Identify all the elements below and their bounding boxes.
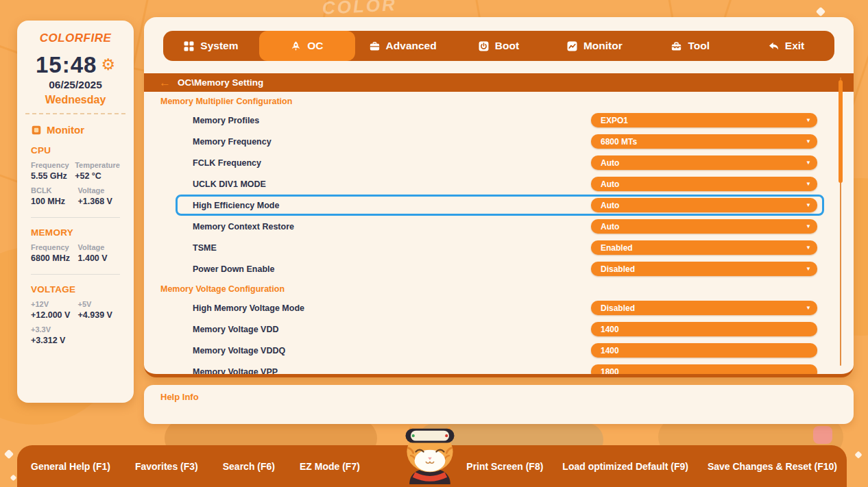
setting-value: Auto bbox=[601, 179, 619, 189]
setting-dropdown[interactable]: Disabled▼ bbox=[591, 262, 817, 276]
gear-icon: ⚙ bbox=[101, 57, 115, 73]
tab-boot[interactable]: Boot bbox=[451, 31, 547, 61]
sensor-cell: +5V+4.939 V bbox=[78, 300, 120, 320]
setting-row-memory-context-restore[interactable]: Memory Context RestoreAuto▼ bbox=[176, 216, 824, 237]
caret-down-icon: ▼ bbox=[806, 305, 811, 311]
setting-input[interactable]: 1400 bbox=[591, 343, 817, 358]
scrollbar[interactable] bbox=[839, 77, 843, 366]
function-key-f1[interactable]: General Help (F1) bbox=[31, 461, 110, 472]
sensor-cell: BCLK100 MHz bbox=[31, 186, 75, 206]
sensor-value: +12.000 V bbox=[31, 310, 75, 320]
caret-down-icon: ▼ bbox=[806, 245, 811, 251]
sensor-cell: Temperature+52 °C bbox=[75, 161, 120, 181]
sensor-row: Frequency5.55 GHzTemperature+52 °C bbox=[31, 161, 120, 181]
setting-input[interactable]: 1800 bbox=[591, 364, 817, 377]
function-key-f7[interactable]: EZ Mode (F7) bbox=[300, 461, 360, 472]
setting-label: Memory Context Restore bbox=[178, 222, 294, 232]
setting-label: High Efficiency Mode bbox=[178, 201, 279, 210]
sparkle-icon bbox=[816, 7, 825, 16]
setting-row-memory-voltage-vddq[interactable]: Memory Voltage VDDQ1400 bbox=[176, 340, 824, 361]
setting-row-uclk-div1-mode[interactable]: UCLK DIV1 MODEAuto▼ bbox=[176, 173, 824, 195]
setting-value: 1400 bbox=[601, 325, 619, 334]
setting-dropdown[interactable]: Auto▼ bbox=[591, 177, 817, 191]
setting-row-memory-voltage-vdd[interactable]: Memory Voltage VDD1400 bbox=[176, 319, 824, 340]
setting-row-memory-profiles[interactable]: Memory ProfilesEXPO1▼ bbox=[176, 110, 824, 131]
sensor-label: Temperature bbox=[75, 161, 120, 169]
tab-system[interactable]: System bbox=[163, 31, 259, 61]
tab-tool[interactable]: Tool bbox=[642, 31, 738, 61]
function-key-f3[interactable]: Favorites (F3) bbox=[135, 461, 198, 472]
back-button[interactable]: ← bbox=[159, 77, 171, 88]
sensor-label: Voltage bbox=[78, 243, 120, 251]
chip-icon bbox=[31, 125, 42, 136]
dashed-divider bbox=[25, 113, 125, 114]
setting-row-memory-frequency[interactable]: Memory Frequency6800 MTs▼ bbox=[176, 131, 824, 152]
sensor-label: +3.3V bbox=[31, 325, 75, 334]
setting-dropdown[interactable]: Disabled▼ bbox=[591, 301, 817, 315]
setting-row-memory-voltage-vpp[interactable]: Memory Voltage VPP1800 bbox=[176, 361, 824, 377]
tab-label: Monitor bbox=[583, 40, 623, 52]
setting-value: EXPO1 bbox=[601, 116, 628, 125]
sensor-label: Frequency bbox=[31, 243, 75, 251]
tab-label: Advanced bbox=[386, 40, 437, 52]
sensor-cell: Voltage1.400 V bbox=[78, 243, 120, 263]
sensor-label: BCLK bbox=[31, 186, 75, 195]
sensor-row: +3.3V+3.312 V bbox=[31, 325, 120, 345]
caret-down-icon: ▼ bbox=[806, 118, 811, 123]
setting-row-high-efficiency-mode[interactable]: High Efficiency ModeAuto▼ bbox=[176, 195, 824, 216]
setting-value: Auto bbox=[601, 201, 619, 210]
sparkle-icon bbox=[854, 451, 862, 458]
function-keys-left: General Help (F1)Favorites (F3)Search (F… bbox=[31, 461, 360, 472]
setting-row-power-down-enable[interactable]: Power Down EnableDisabled▼ bbox=[176, 258, 824, 279]
monitor-header: Monitor bbox=[31, 124, 134, 136]
setting-dropdown[interactable]: EXPO1▼ bbox=[591, 113, 817, 127]
setting-label: FCLK Frequency bbox=[178, 158, 261, 168]
caret-down-icon: ▼ bbox=[806, 266, 811, 272]
tab-oc[interactable]: OC bbox=[259, 31, 355, 61]
setting-value: Auto bbox=[601, 222, 619, 232]
tab-label: OC bbox=[307, 40, 323, 52]
sensor-value: 6800 MHz bbox=[31, 253, 75, 263]
setting-value: Auto bbox=[601, 158, 619, 168]
rocket-icon bbox=[291, 41, 301, 51]
setting-dropdown[interactable]: 6800 MTs▼ bbox=[591, 134, 817, 149]
tab-advanced[interactable]: Advanced bbox=[355, 31, 451, 61]
sidebar-section-title: VOLTAGE bbox=[31, 284, 120, 295]
sensor-value: 5.55 GHz bbox=[31, 171, 72, 181]
mascot-cat bbox=[391, 416, 468, 487]
help-panel: Help Info bbox=[144, 385, 854, 424]
setting-label: Memory Profiles bbox=[178, 116, 259, 125]
setting-dropdown[interactable]: Auto▼ bbox=[591, 198, 817, 212]
function-key-f6[interactable]: Search (F6) bbox=[223, 461, 275, 472]
setting-row-tsme[interactable]: TSMEEnabled▼ bbox=[176, 237, 824, 258]
setting-dropdown[interactable]: Auto▼ bbox=[591, 219, 817, 234]
setting-input[interactable]: 1400 bbox=[591, 322, 817, 336]
bg-artwork-blob bbox=[813, 426, 832, 444]
breadcrumb: ← OC\Memory Setting bbox=[144, 73, 854, 92]
tab-monitor[interactable]: Monitor bbox=[546, 31, 642, 61]
setting-dropdown[interactable]: Enabled▼ bbox=[591, 240, 817, 255]
setting-row-fclk-frequency[interactable]: FCLK FrequencyAuto▼ bbox=[176, 152, 824, 173]
function-key-f10[interactable]: Save Changes & Reset (F10) bbox=[708, 461, 837, 472]
setting-value: 6800 MTs bbox=[601, 137, 637, 147]
function-key-f9[interactable]: Load optimized Default (F9) bbox=[562, 461, 688, 472]
sensor-cell: Frequency6800 MHz bbox=[31, 243, 75, 263]
tab-label: Exit bbox=[785, 40, 804, 52]
setting-value: Disabled bbox=[601, 303, 635, 313]
setting-label: High Memory Voltage Mode bbox=[178, 303, 304, 313]
section-divider bbox=[31, 274, 120, 275]
clock: 15:48 ⚙ bbox=[17, 53, 134, 76]
settings-list: Memory Multiplier ConfigurationMemory Pr… bbox=[144, 96, 854, 377]
tab-exit[interactable]: Exit bbox=[738, 31, 834, 61]
monitor-title: Monitor bbox=[47, 124, 84, 136]
sensor-label: +12V bbox=[31, 300, 75, 308]
sidebar-section-title: CPU bbox=[31, 145, 120, 155]
section-title: Memory Multiplier Configuration bbox=[160, 96, 854, 107]
setting-dropdown[interactable]: Auto▼ bbox=[591, 155, 817, 170]
function-key-f8[interactable]: Print Screen (F8) bbox=[466, 461, 543, 472]
function-keys-right: Print Screen (F8)Load optimized Default … bbox=[466, 461, 837, 472]
tab-label: System bbox=[200, 40, 238, 52]
setting-row-high-memory-voltage-mode[interactable]: High Memory Voltage ModeDisabled▼ bbox=[176, 297, 824, 319]
scrollbar-thumb[interactable] bbox=[839, 80, 843, 183]
caret-down-icon: ▼ bbox=[806, 139, 811, 145]
